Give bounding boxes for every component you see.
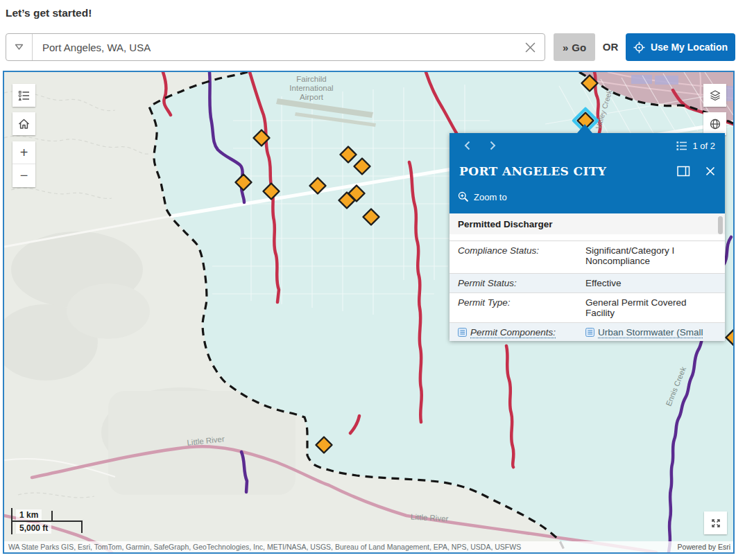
chevron-right-icon: [488, 140, 497, 151]
clear-search-button[interactable]: [515, 34, 545, 60]
popup-scrollbar[interactable]: [718, 216, 723, 234]
info-list-icon[interactable]: [458, 328, 467, 339]
row-label: Permit Type:: [449, 293, 585, 322]
map[interactable]: Fairchild International Airport Little R…: [3, 71, 735, 554]
go-button-label: Go: [572, 42, 586, 53]
attribution-sources: WA State Parks GIS, Esri, TomTom, Garmin…: [8, 543, 521, 551]
table-row: Permit Type: General Permit Covered Faci…: [449, 293, 725, 323]
chevron-down-icon: [15, 44, 24, 51]
powered-by-esri: Powered by Esri: [678, 543, 730, 551]
go-button[interactable]: » Go: [554, 33, 595, 61]
attribution-bar: WA State Parks GIS, Esri, TomTom, Garmin…: [4, 541, 733, 552]
close-popup-button[interactable]: [705, 166, 715, 176]
home-button[interactable]: [12, 112, 35, 135]
table-row: Compliance Status: Significant/Category …: [449, 241, 725, 274]
home-icon: [17, 118, 31, 130]
search-box: [6, 33, 545, 61]
info-list-icon[interactable]: [585, 328, 594, 339]
use-my-location-label: Use My Location: [651, 42, 728, 53]
scalebar: 1 km 5,000 ft: [11, 508, 108, 536]
popup-body: Permitted Discharger Compliance Status: …: [449, 213, 725, 341]
layers-button[interactable]: [703, 84, 726, 107]
layers-icon: [709, 89, 721, 102]
double-chevron-icon: »: [563, 42, 568, 53]
fullscreen-button[interactable]: [704, 511, 727, 534]
attribute-table: Compliance Status: Significant/Category …: [449, 240, 725, 341]
svg-text:International: International: [289, 84, 333, 92]
table-row: Permit Status: Effective: [449, 274, 725, 293]
row-value-link[interactable]: Urban Stormwater (Small MS4): [585, 327, 703, 341]
fullscreen-expand-icon: [710, 517, 722, 530]
zoom-to-magnifier-icon: [458, 191, 469, 202]
next-feature-button[interactable]: [484, 139, 501, 152]
row-value: General Permit Covered Facility: [585, 293, 725, 322]
search-dropdown-button[interactable]: [6, 34, 33, 60]
row-value: Significant/Category I Noncompliance: [585, 241, 725, 273]
airport-label: Fairchild: [296, 75, 326, 83]
chevron-left-icon: [463, 140, 472, 151]
zoom-to-label: Zoom to: [474, 192, 507, 202]
zoom-controls: + −: [12, 141, 35, 187]
page-title: Let’s get started!: [6, 7, 92, 19]
scalebar-km-label: 1 km: [16, 509, 42, 520]
globe-icon: [709, 118, 721, 130]
table-row: Permit Components: Urban Stormwater (Sma…: [449, 323, 725, 341]
popup-title: PORT ANGELES CITY: [459, 164, 662, 178]
popup-section-title: Permitted Discharger: [449, 213, 725, 234]
feature-popup: 1 of 2 PORT ANGELES CITY: [449, 133, 725, 341]
app: Let’s get started! » Go OR Use My Locati…: [0, 0, 745, 560]
scalebar-ft-label: 5,000 ft: [16, 523, 51, 534]
feature-list-icon: [676, 141, 687, 151]
use-my-location-button[interactable]: Use My Location: [626, 33, 735, 61]
gps-crosshair-icon: [633, 42, 645, 53]
pager-label: 1 of 2: [692, 141, 715, 151]
row-label: Compliance Status:: [449, 241, 585, 273]
basemap-globe-button[interactable]: [703, 112, 726, 135]
popup-caret: [577, 124, 592, 133]
row-label: Permit Status:: [449, 274, 585, 292]
zoom-in-button[interactable]: +: [12, 141, 35, 164]
dock-popup-button[interactable]: [677, 166, 690, 177]
dock-icon: [677, 166, 690, 177]
legend-button[interactable]: [12, 84, 35, 107]
zoom-out-button[interactable]: −: [12, 164, 35, 187]
row-label[interactable]: Permit Components:: [470, 327, 556, 338]
close-icon: [705, 166, 715, 176]
previous-feature-button[interactable]: [459, 139, 476, 152]
or-label: OR: [601, 33, 620, 61]
feature-pager[interactable]: 1 of 2: [676, 141, 715, 151]
legend-list-icon: [18, 89, 31, 102]
close-icon: [525, 42, 536, 53]
row-value: Effective: [585, 274, 725, 292]
svg-text:Airport: Airport: [300, 93, 324, 101]
search-input[interactable]: [33, 34, 515, 60]
popup-header: 1 of 2 PORT ANGELES CITY: [449, 133, 725, 213]
zoom-to-button[interactable]: Zoom to: [458, 191, 507, 202]
